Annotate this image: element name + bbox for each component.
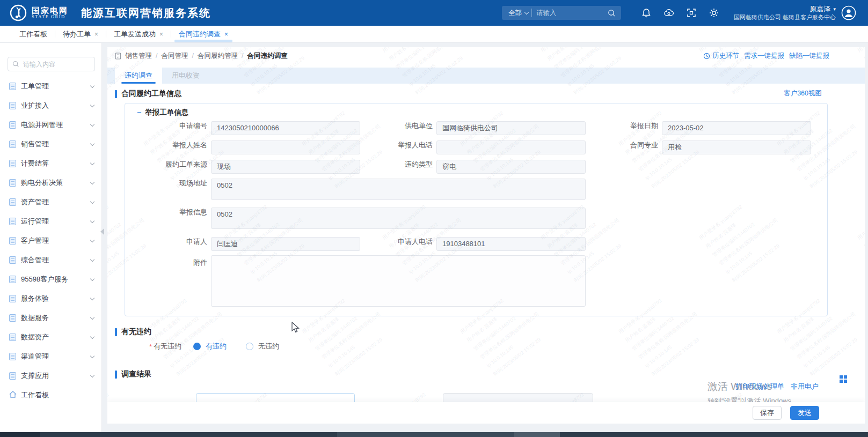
close-icon[interactable]: × [94, 31, 98, 38]
sidebar-item-11[interactable]: 服务体验 [0, 289, 101, 308]
section-title: 调查结果 [121, 369, 151, 379]
bell-icon[interactable] [641, 8, 652, 18]
required-mark: * [149, 343, 152, 351]
radio-selected-icon [193, 343, 201, 350]
tab-order-sent[interactable]: 工单发送成功 × [106, 26, 171, 42]
document-icon [9, 218, 16, 225]
field-label: 举报日期 [630, 121, 658, 131]
radio-no-breach[interactable]: 无违约 [246, 342, 279, 351]
sidebar-item-2[interactable]: 电源并网管理 [0, 115, 101, 135]
chevron-down-icon: ▾ [833, 6, 836, 12]
breadcrumb-item[interactable]: 合同履约管理 [198, 51, 238, 61]
application-no-input[interactable]: 1423050210000066 [211, 121, 360, 135]
attachment-area[interactable] [211, 255, 586, 307]
search-scope-select[interactable]: 全部 [502, 9, 531, 18]
report-info-collapse[interactable]: − 举报工单信息 [137, 108, 188, 117]
defect-report-link[interactable]: 缺陷一键提报 [789, 51, 829, 61]
non-power-user-link[interactable]: 非用电户 [791, 382, 819, 391]
collapse-icon: − [137, 108, 141, 117]
form-row: 申请人 闫匡迪 申请人电话 19103488101 [125, 237, 827, 251]
site-address-textarea[interactable]: 0502 [211, 179, 586, 200]
sidebar-item-7[interactable]: 运行管理 [0, 212, 101, 231]
customer-360-link[interactable]: 客户360视图 [784, 89, 822, 98]
contract-specialty-input[interactable]: 用检 [662, 140, 811, 154]
floating-grid-icon[interactable] [840, 375, 848, 383]
fullscreen-icon[interactable] [686, 8, 697, 18]
sidebar-item-label: 工单管理 [21, 82, 91, 91]
document-icon [9, 353, 16, 360]
field-label: 举报人电话 [398, 140, 433, 150]
chevron-down-icon [90, 238, 94, 242]
sidebar-item-1[interactable]: 业扩接入 [0, 96, 101, 115]
report-date-input[interactable]: 2023-05-02 [662, 121, 811, 135]
sidebar-item-0[interactable]: 工单管理 [0, 77, 101, 96]
field-label: 附件 [193, 258, 207, 268]
form-row: 附件 [125, 255, 827, 307]
chevron-down-icon [90, 218, 94, 223]
sidebar-item-label: 数据资产 [21, 332, 91, 342]
sidebar-item-13[interactable]: 数据资产 [0, 328, 101, 347]
section-marker [115, 328, 117, 336]
tab-contract-breach-survey[interactable]: 合同违约调查 × [171, 26, 236, 42]
document-icon [9, 160, 16, 167]
sidebar-item-8[interactable]: 客户管理 [0, 231, 101, 250]
radio-label: 无违约 [258, 342, 279, 351]
reporter-phone-input[interactable] [436, 140, 586, 154]
send-button[interactable]: 发送 [790, 406, 819, 420]
cloud-icon[interactable] [663, 8, 674, 18]
global-search-input[interactable] [532, 9, 608, 17]
sidebar-search-input[interactable] [8, 57, 95, 71]
breadcrumb: 销售管理 / 合同管理 / 合同履约管理 / 合同违约调查 [115, 51, 703, 61]
applicant-phone-input[interactable]: 19103488101 [436, 237, 586, 251]
close-icon[interactable]: × [159, 31, 163, 38]
tab-todo-orders[interactable]: 待办工单 × [55, 26, 106, 42]
chevron-down-icon [90, 334, 94, 338]
brand-cn: 国家电网 [32, 6, 68, 15]
search-icon[interactable] [608, 9, 616, 17]
document-icon [9, 83, 16, 90]
chevron-down-icon [90, 102, 94, 107]
sidebar-item-5[interactable]: 购电分析决策 [0, 173, 101, 192]
applicant-input[interactable]: 闫匡迪 [211, 237, 360, 251]
section-marker [115, 90, 117, 98]
sidebar-item-9[interactable]: 综合管理 [0, 250, 101, 270]
app-title: 能源互联网营销服务系统 [81, 6, 211, 20]
content-area: 销售管理 / 合同管理 / 合同履约管理 / 合同违约调查 历史环节 [102, 43, 868, 432]
chevron-down-icon [90, 315, 94, 319]
close-icon[interactable]: × [224, 31, 228, 38]
avatar[interactable] [841, 5, 856, 20]
home-icon [9, 390, 21, 400]
sidebar-item-6[interactable]: 资产管理 [0, 192, 101, 212]
sidebar-item-12[interactable]: 数据服务 [0, 308, 101, 328]
sidebar-item-15[interactable]: 支撑应用 [0, 366, 101, 386]
breadcrumb-item[interactable]: 销售管理 [125, 51, 152, 61]
user-name: 原嘉泽 [809, 4, 830, 14]
order-source-input[interactable]: 现场 [211, 160, 360, 174]
tab-breach-survey[interactable]: 违约调查 [115, 68, 162, 84]
sidebar-item-14[interactable]: 渠道管理 [0, 347, 101, 366]
breach-type-input[interactable]: 窃电 [436, 160, 586, 174]
breadcrumb-item-current: 合同违约调查 [247, 51, 287, 61]
save-button[interactable]: 保存 [753, 406, 782, 420]
sidebar-item-16[interactable]: 工作看板 [0, 386, 101, 405]
sidebar-item-4[interactable]: 计费结算 [0, 154, 101, 173]
tab-power-collection[interactable]: 用电收资 [162, 68, 209, 84]
report-info-textarea[interactable]: 0502 [211, 208, 586, 229]
report-info-box: − 举报工单信息 申请编号 1423050210000066 供电单位 国网临猗… [125, 103, 828, 316]
history-steps-link[interactable]: 历史环节 [703, 51, 739, 61]
sidebar-item-10[interactable]: 95598客户服务 [0, 270, 101, 289]
sidebar-collapse-handle[interactable] [100, 228, 104, 235]
breadcrumb-item[interactable]: 合同管理 [161, 51, 188, 61]
taskbar-edge [0, 432, 868, 437]
print-site-order-link[interactable]: 打印现场处理单 [735, 382, 784, 391]
reporter-name-input[interactable] [211, 140, 360, 154]
demand-report-link[interactable]: 需求一键提报 [744, 51, 784, 61]
user-menu[interactable]: 原嘉泽 ▾ [734, 4, 836, 14]
brand-text: 国家电网 STATE GRID [32, 6, 68, 20]
tab-workboard[interactable]: 工作看板 [12, 26, 55, 42]
sidebar-item-3[interactable]: 销售管理 [0, 135, 101, 154]
history-steps-label: 历史环节 [712, 51, 739, 61]
supply-unit-input[interactable]: 国网临猗供电公司 [436, 121, 586, 135]
gear-icon[interactable] [709, 8, 719, 18]
radio-has-breach[interactable]: 有违约 [193, 342, 227, 351]
